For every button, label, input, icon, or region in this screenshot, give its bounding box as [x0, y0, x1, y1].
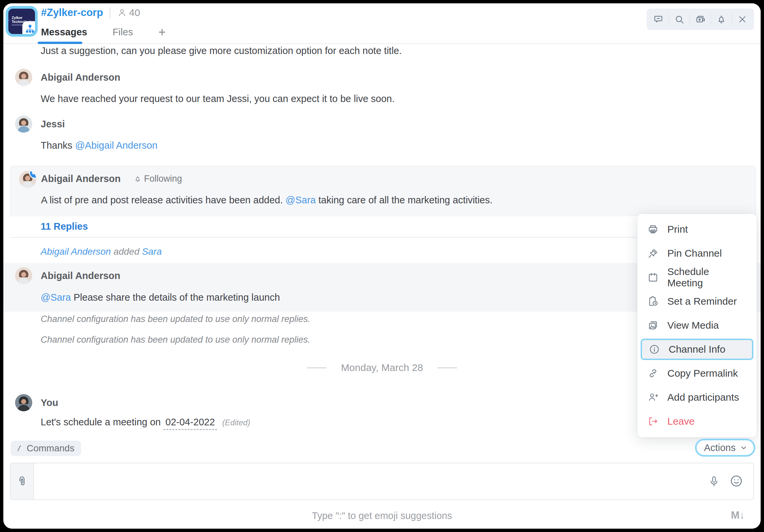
tab-files[interactable]: Files [113, 27, 133, 38]
message-text-part: A list of pre and post release activitie… [41, 195, 286, 205]
menu-item-pin-channel[interactable]: Pin Channel [637, 241, 757, 265]
reminder-icon [647, 296, 659, 307]
avatar[interactable] [15, 69, 32, 86]
message-text-part: Please share the details of the marketin… [71, 292, 280, 303]
message-text: Let's schedule a meeting on 02-04-2022(E… [41, 417, 250, 428]
system-message: Channel configuration has been updated t… [41, 335, 310, 345]
zylker-cube-icon [8, 16, 10, 24]
target-link[interactable]: Sara [142, 246, 162, 257]
message-text: Thanks @Abigail Anderson [41, 140, 157, 151]
org-logo[interactable]: Zylker Technologies [6, 6, 38, 37]
header-toolbar [647, 9, 754, 30]
info-icon [649, 344, 660, 355]
actions-button[interactable]: Actions [695, 439, 755, 457]
member-count-value: 40 [129, 7, 140, 18]
channel-header: #Zylker-corp 40 Messages Files + [3, 3, 761, 44]
message-composer [10, 463, 754, 500]
following-bell-icon [134, 175, 141, 183]
menu-item-label: Set a Reminder [667, 296, 737, 307]
message-text: We have reached your request to our team… [41, 93, 395, 104]
message-text-part: taking care of all the marketing activit… [316, 195, 492, 205]
menu-item-label: Add participants [667, 392, 739, 403]
org-chart-icon [25, 23, 35, 34]
menu-item-add-participants[interactable]: Add participants [637, 385, 757, 409]
system-message-added: Abigail Anderson added Sara [41, 246, 162, 257]
leave-icon [647, 416, 659, 427]
menu-item-label: Print [667, 224, 688, 235]
logo-brand-line1: Zylker [12, 16, 35, 20]
commands-label: Commands [27, 443, 74, 454]
message-text: Just a suggestion, can you please give m… [41, 45, 402, 56]
message-author: Abigail Anderson [41, 270, 120, 281]
message-author: Abigail Anderson [41, 72, 120, 83]
add-tab-button[interactable]: + [158, 27, 166, 37]
menu-item-label: Copy Permalink [667, 368, 738, 379]
actor-link[interactable]: Abigail Anderson [41, 246, 111, 257]
attach-file-button[interactable] [11, 463, 34, 499]
chat-collapse-icon[interactable] [648, 9, 669, 30]
close-icon[interactable] [732, 9, 753, 30]
pin-icon [647, 248, 659, 259]
divider-line [307, 367, 326, 368]
divider-line [438, 367, 457, 368]
replies-link[interactable]: 11 Replies [41, 221, 88, 232]
printer-icon [647, 224, 659, 235]
message-input[interactable] [34, 463, 693, 499]
participants-icon [117, 8, 127, 18]
chevron-down-icon [740, 444, 748, 452]
emoji-picker-icon[interactable] [729, 474, 743, 488]
message-author: You [41, 397, 58, 408]
voice-message-icon[interactable] [708, 474, 720, 489]
menu-item-label: Schedule Meeting [667, 266, 747, 289]
menu-item-view-media[interactable]: View Media [637, 313, 757, 337]
avatar[interactable] [15, 115, 32, 133]
user-mention[interactable]: @Sara [41, 292, 71, 303]
paperclip-icon [16, 475, 28, 488]
menu-item-channel-info[interactable]: Channel Info [641, 339, 753, 360]
channel-name[interactable]: #Zylker-corp [41, 7, 103, 19]
menu-item-schedule-meeting[interactable]: Schedule Meeting [637, 265, 757, 289]
commands-button[interactable]: Commands [11, 441, 81, 456]
search-icon[interactable] [669, 9, 690, 30]
menu-item-label: Leave [667, 416, 695, 427]
message-author: Abigail Anderson [41, 173, 121, 184]
calendar-icon [647, 272, 659, 283]
system-message: Channel configuration has been updated t… [41, 314, 310, 324]
message-text: A list of pre and post release activitie… [41, 195, 493, 206]
user-mention[interactable]: @Abigail Anderson [75, 140, 157, 151]
menu-item-label: View Media [667, 320, 719, 331]
message-text: @Sara Please share the details of the ma… [41, 292, 280, 303]
message-author: Jessi [41, 119, 65, 130]
channel-actions-menu: Print Pin Channel Schedule Meeting Set a… [637, 214, 757, 437]
user-mention[interactable]: @Sara [286, 195, 316, 205]
active-tab-underline [38, 42, 82, 44]
actions-label: Actions [704, 442, 736, 453]
add-participant-icon [647, 392, 659, 403]
menu-item-set-reminder[interactable]: Set a Reminder [637, 289, 757, 313]
menu-item-copy-permalink[interactable]: Copy Permalink [637, 361, 757, 385]
menu-item-label: Pin Channel [667, 248, 722, 259]
menu-item-leave[interactable]: Leave [637, 409, 757, 433]
menu-item-print[interactable]: Print [637, 217, 757, 241]
edited-label: (Edited) [222, 418, 250, 427]
avatar[interactable] [15, 267, 32, 284]
media-icon [647, 320, 659, 331]
following-badge[interactable]: Following [134, 174, 182, 184]
link-icon [647, 368, 659, 379]
avatar[interactable] [15, 394, 32, 411]
message-text-part: Let's schedule a meeting on [41, 417, 163, 427]
date-divider-label: Monday, March 28 [341, 362, 423, 373]
message-text-part: Thanks [41, 140, 75, 151]
tab-messages[interactable]: Messages [41, 27, 87, 38]
date-link[interactable]: 02-04-2022 [163, 417, 217, 430]
start-meeting-icon[interactable] [690, 9, 711, 30]
notifications-bell-icon[interactable] [711, 9, 732, 30]
thread-message-card: Abigail Anderson Following A list of pre… [10, 166, 756, 216]
member-count[interactable]: 40 [117, 7, 140, 18]
avatar[interactable] [19, 171, 36, 188]
app-window: #Zylker-corp 40 Messages Files + [3, 3, 761, 529]
org-badge [22, 21, 38, 37]
title-separator [110, 7, 110, 18]
system-action-text: added [111, 246, 142, 257]
slash-command-icon [15, 444, 23, 452]
